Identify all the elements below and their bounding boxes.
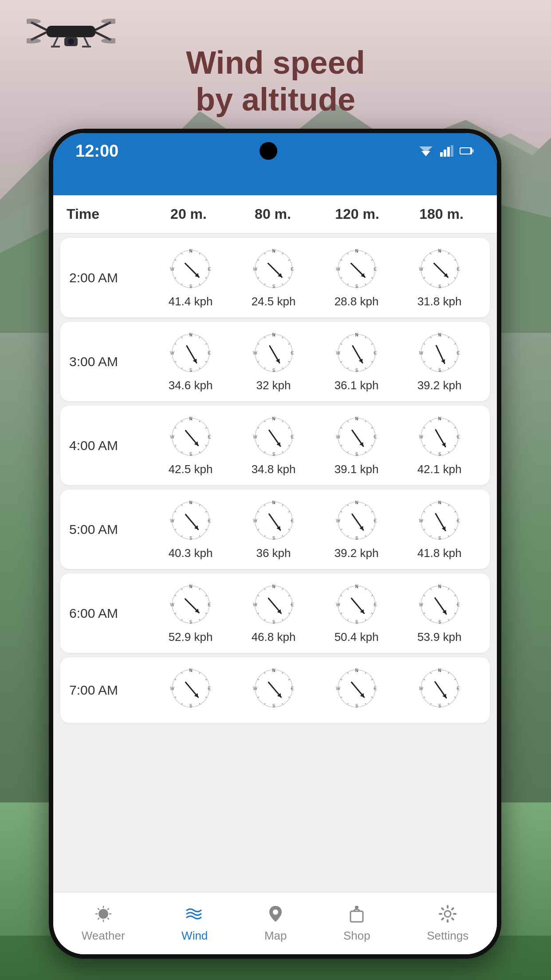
compass-dial: N S W E (169, 331, 213, 375)
nav-icon-weather (94, 904, 113, 925)
svg-text:E: E (457, 686, 460, 691)
svg-text:W: W (253, 686, 257, 691)
wind-cell-2: N S W E 36.1 kph (335, 331, 379, 392)
nav-item-map[interactable]: Map (256, 900, 296, 947)
svg-rect-500 (447, 919, 449, 923)
wind-speed-value: 32 kph (256, 379, 291, 392)
svg-text:E: E (291, 351, 294, 356)
compass-dial: N S W E (169, 415, 213, 459)
wind-cell-0: N S W E 34.6 kph (169, 331, 213, 392)
svg-text:E: E (457, 435, 460, 439)
compass-dial: N S W E (335, 498, 379, 543)
svg-text:S: S (189, 368, 192, 373)
status-bar: 12:00 (53, 133, 497, 169)
svg-text:N: N (189, 668, 192, 673)
compass-dial: N S W E (252, 331, 296, 375)
svg-text:E: E (374, 267, 377, 272)
nav-icon-wind (185, 904, 205, 925)
wind-cell-0: N S W E 40.3 kph (169, 498, 213, 560)
svg-text:N: N (189, 416, 192, 421)
wind-cell-2: N S W E (335, 666, 379, 714)
status-icons (418, 145, 475, 157)
wind-speed-value: 34.8 kph (252, 462, 296, 476)
svg-text:N: N (272, 668, 275, 673)
nav-label-map: Map (264, 929, 287, 943)
svg-text:E: E (291, 267, 294, 272)
wind-speed-value: 34.6 kph (169, 379, 213, 392)
svg-point-7 (27, 19, 41, 24)
svg-text:W: W (170, 435, 174, 439)
wind-speed-value: 31.8 kph (417, 295, 462, 308)
wind-data-scroll[interactable]: 2:00 AM N S W E 41.4 kph N S W E 24.5 kp… (53, 233, 497, 893)
phone-screen: 12:00 (53, 133, 497, 954)
svg-text:S: S (438, 368, 441, 373)
bottom-navigation: WeatherWindMapShopSettings (53, 892, 497, 954)
nav-icon-shop (347, 904, 366, 925)
svg-point-495 (445, 911, 451, 917)
svg-text:E: E (291, 518, 294, 523)
wind-cell-3: N S W E 39.2 kph (417, 331, 462, 392)
svg-text:N: N (355, 668, 358, 673)
row-wind-cells: N S W E 34.6 kph N S W E 32 kph N S W E … (149, 331, 481, 392)
compass-dial: N S W E (335, 666, 379, 711)
svg-text:S: S (438, 536, 441, 541)
svg-text:S: S (438, 620, 441, 624)
svg-text:E: E (457, 518, 460, 523)
svg-text:S: S (438, 284, 441, 289)
svg-text:W: W (419, 351, 423, 356)
compass-dial: N S W E (169, 666, 213, 711)
nav-item-settings[interactable]: Settings (418, 900, 477, 947)
svg-rect-25 (472, 149, 474, 153)
wind-cell-2: N S W E 50.4 kph (335, 582, 379, 644)
svg-rect-23 (451, 145, 453, 157)
row-time: 2:00 AM (69, 270, 149, 285)
svg-point-492 (273, 909, 278, 915)
header-80m: 80 m. (231, 206, 315, 222)
svg-rect-496 (447, 905, 449, 909)
svg-text:S: S (189, 452, 192, 457)
wind-speed-value: 42.1 kph (417, 462, 462, 476)
wind-cell-1: N S W E 32 kph (252, 331, 296, 392)
svg-text:S: S (189, 620, 192, 624)
nav-label-shop: Shop (343, 929, 370, 943)
svg-text:E: E (208, 435, 211, 439)
header-time: Time (67, 206, 146, 222)
svg-text:N: N (438, 249, 441, 253)
nav-item-wind[interactable]: Wind (173, 900, 216, 947)
compass-dial: N S W E (169, 582, 213, 627)
wind-cell-2: N S W E 39.1 kph (335, 415, 379, 476)
compass-dial: N S W E (252, 498, 296, 543)
table-row: 3:00 AM N S W E 34.6 kph N S W E 32 kph … (60, 322, 490, 401)
compass-dial: N S W E (417, 582, 462, 627)
svg-text:E: E (291, 435, 294, 439)
signal-icon (440, 145, 453, 157)
wind-speed-value: 41.8 kph (417, 546, 462, 560)
svg-text:E: E (457, 602, 460, 607)
nav-item-weather[interactable]: Weather (73, 900, 134, 947)
svg-text:S: S (355, 452, 358, 457)
svg-rect-501 (441, 917, 445, 921)
status-time: 12:00 (75, 142, 118, 161)
svg-line-485 (107, 918, 109, 920)
wind-speed-value: 50.4 kph (335, 630, 379, 644)
wind-speed-value: 36.1 kph (335, 379, 379, 392)
table-row: 6:00 AM N S W E 52.9 kph N S W E 46.8 kp… (60, 573, 490, 653)
nav-item-shop[interactable]: Shop (335, 900, 379, 947)
svg-text:E: E (208, 518, 211, 523)
battery-icon (460, 146, 475, 155)
svg-text:W: W (419, 518, 423, 523)
svg-text:S: S (272, 620, 275, 624)
svg-point-10 (101, 38, 115, 43)
wind-cell-1: N S W E 36 kph (252, 498, 296, 560)
wind-cell-0: N S W E 42.5 kph (169, 415, 213, 476)
header-120m: 120 m. (315, 206, 399, 222)
svg-text:W: W (336, 686, 340, 691)
svg-text:N: N (355, 584, 358, 589)
compass-dial: N S W E (417, 331, 462, 375)
row-wind-cells: N S W E N S W E N S W E N S W E (149, 666, 481, 714)
svg-text:N: N (272, 249, 275, 253)
svg-text:E: E (208, 686, 211, 691)
svg-rect-26 (460, 148, 470, 154)
svg-text:E: E (374, 686, 377, 691)
row-wind-cells: N S W E 52.9 kph N S W E 46.8 kph N S W … (149, 582, 481, 644)
